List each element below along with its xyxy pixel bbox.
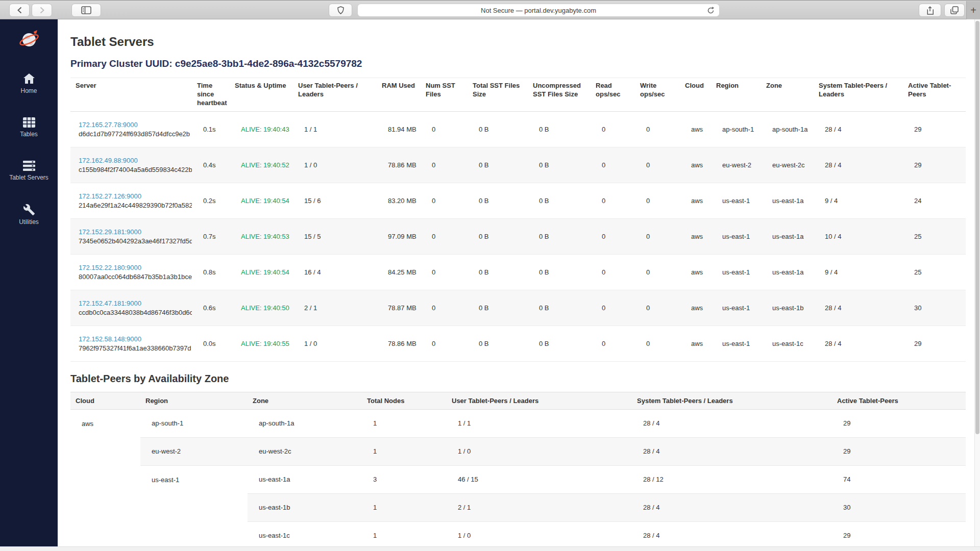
tserver-row: 172.162.49.88:9000c155b984f2f74004a5a6d5…: [70, 147, 966, 183]
cell-cloud: aws: [680, 183, 711, 218]
tserver-address-link[interactable]: 172.152.47.181:9000: [79, 299, 141, 307]
tserver-uuid: d6dc1d7b97724ff693d857d4dfcc9e2b: [79, 130, 188, 138]
col-header-cloud: Cloud: [70, 392, 140, 409]
col-header-heartbeat: Time since heartbeat: [192, 78, 230, 112]
cell-num-sst: 0: [421, 183, 468, 218]
shield-icon: [337, 6, 344, 14]
cell-server: 172.152.27.126:9000214a6e29f1a24c4498293…: [70, 183, 192, 218]
cell-zone: us-east-1a: [248, 465, 362, 493]
sidebar-toggle-button[interactable]: [71, 4, 101, 17]
browser-toolbar: Not Secure — portal.dev.yugabyte.com +: [0, 0, 980, 19]
back-button[interactable]: [9, 4, 30, 17]
cell-uncompressed-sst-size: 0 B: [528, 218, 591, 254]
cell-active-peers: 74: [832, 465, 966, 493]
sidebar-item-tables[interactable]: Tables: [0, 110, 58, 144]
forward-button[interactable]: [32, 4, 52, 17]
cell-system-peers: 28 / 4: [814, 111, 903, 147]
cell-read-ops: 0: [591, 325, 635, 361]
cell-region: us-east-1: [711, 254, 761, 290]
vertical-scrollbar[interactable]: [974, 19, 980, 546]
sidebar-item-label: Tablet Servers: [9, 174, 48, 181]
tserver-address-link[interactable]: 172.152.22.180:9000: [79, 264, 141, 271]
cell-ram-used: 84.25 MB: [377, 254, 421, 290]
col-header-zone: Zone: [761, 78, 814, 112]
address-bar[interactable]: Not Secure — portal.dev.yugabyte.com: [357, 4, 720, 17]
cell-server: 172.162.49.88:9000c155b984f2f74004a5a6d5…: [70, 147, 192, 183]
sidebar-item-tablet-servers[interactable]: Tablet Servers: [0, 154, 58, 188]
cell-system-peers: 10 / 4: [814, 218, 903, 254]
cell-active-peers: 30: [903, 290, 966, 325]
cell-region: us-east-1: [711, 325, 761, 361]
privacy-shield-button[interactable]: [329, 4, 352, 17]
cell-num-sst: 0: [421, 111, 468, 147]
cell-total-sst-size: 0 B: [468, 183, 528, 218]
cell-active-peers: 30: [832, 493, 966, 521]
cell-total-nodes: 1: [362, 521, 447, 549]
tablet-servers-table: Server Time since heartbeat Status & Upt…: [70, 78, 966, 362]
col-header-write-ops: Write ops/sec: [635, 78, 680, 112]
reload-icon[interactable]: [707, 6, 715, 15]
cell-user-peers: 1 / 0: [293, 325, 377, 361]
cell-cloud: aws: [70, 409, 140, 549]
new-tab-label: +: [970, 5, 976, 16]
cell-cloud: aws: [680, 290, 711, 325]
cell-region: ap-south-1: [711, 111, 761, 147]
cell-zone: us-east-1b: [248, 493, 362, 521]
back-chevron-icon: [17, 7, 22, 14]
cell-total-nodes: 1: [362, 437, 447, 465]
cell-write-ops: 0: [635, 218, 680, 254]
cell-heartbeat: 0.4s: [192, 147, 230, 183]
cell-zone: us-east-1a: [761, 254, 814, 290]
cell-zone: us-east-1a: [761, 218, 814, 254]
cell-heartbeat: 0.2s: [192, 183, 230, 218]
cell-read-ops: 0: [591, 290, 635, 325]
cell-zone: us-east-1b: [761, 290, 814, 325]
col-header-system-peers: System Tablet-Peers / Leaders: [814, 78, 903, 112]
cell-num-sst: 0: [421, 290, 468, 325]
tserver-address-link[interactable]: 172.152.29.181:9000: [79, 228, 141, 236]
cell-status: ALIVE: 19:40:54: [230, 254, 293, 290]
cell-write-ops: 0: [635, 183, 680, 218]
cell-user-peers: 46 / 15: [447, 465, 632, 493]
cell-cloud: aws: [680, 325, 711, 361]
cell-total-sst-size: 0 B: [468, 218, 528, 254]
share-button[interactable]: [919, 4, 941, 17]
sidebar-item-label: Home: [20, 87, 37, 94]
tab-overview-button[interactable]: [944, 4, 965, 17]
tserver-address-link[interactable]: 172.162.49.88:9000: [79, 157, 138, 164]
col-header-system-peers: System Tablet-Peers / Leaders: [632, 392, 832, 409]
sidebar-item-home[interactable]: Home: [0, 66, 58, 101]
az-header-row: Cloud Region Zone Total Nodes User Table…: [70, 392, 966, 409]
cell-ram-used: 78.87 MB: [377, 290, 421, 325]
tserver-address-link[interactable]: 172.152.27.126:9000: [79, 192, 141, 200]
cell-region: us-east-1: [711, 183, 761, 218]
cell-active-peers: 29: [832, 409, 966, 437]
tserver-row: 172.152.22.180:900080007aa0cc064db6847b3…: [70, 254, 966, 290]
cell-status: ALIVE: 19:40:54: [230, 183, 293, 218]
cell-total-sst-size: 0 B: [468, 325, 528, 361]
new-tab-button[interactable]: +: [966, 1, 980, 19]
cell-ram-used: 81.94 MB: [377, 111, 421, 147]
zone-section-title: Tablet-Peers by Availability Zone: [70, 373, 975, 385]
tserver-address-link[interactable]: 172.165.27.78:9000: [79, 121, 138, 129]
cell-uncompressed-sst-size: 0 B: [528, 254, 591, 290]
cell-system-peers: 28 / 4: [632, 437, 832, 465]
horizontal-scrollbar[interactable]: [0, 546, 980, 551]
cell-server: 172.165.27.78:9000d6dc1d7b97724ff693d857…: [70, 111, 192, 147]
cell-active-peers: 25: [903, 254, 966, 290]
tserver-row: 172.152.47.181:9000ccdb0c0ca33448038b4d8…: [70, 290, 966, 325]
cell-status: ALIVE: 19:40:53: [230, 218, 293, 254]
sidebar-item-utilities[interactable]: Utilities: [0, 197, 58, 232]
yugabyte-logo[interactable]: [18, 28, 40, 51]
cell-user-peers: 1 / 1: [447, 409, 632, 437]
cell-write-ops: 0: [635, 147, 680, 183]
tserver-uuid: 7962f975327f41f6a1ae338660b7397d: [79, 344, 188, 352]
tserver-address-link[interactable]: 172.152.58.148:9000: [79, 335, 141, 343]
cell-system-peers: 28 / 4: [814, 290, 903, 325]
cell-active-peers: 29: [832, 437, 966, 465]
tablet-servers-icon: [22, 160, 36, 171]
cell-total-nodes: 1: [362, 493, 447, 521]
forward-chevron-icon: [39, 7, 45, 14]
vertical-scrollbar-thumb[interactable]: [975, 21, 979, 434]
cell-active-peers: 29: [903, 147, 966, 183]
